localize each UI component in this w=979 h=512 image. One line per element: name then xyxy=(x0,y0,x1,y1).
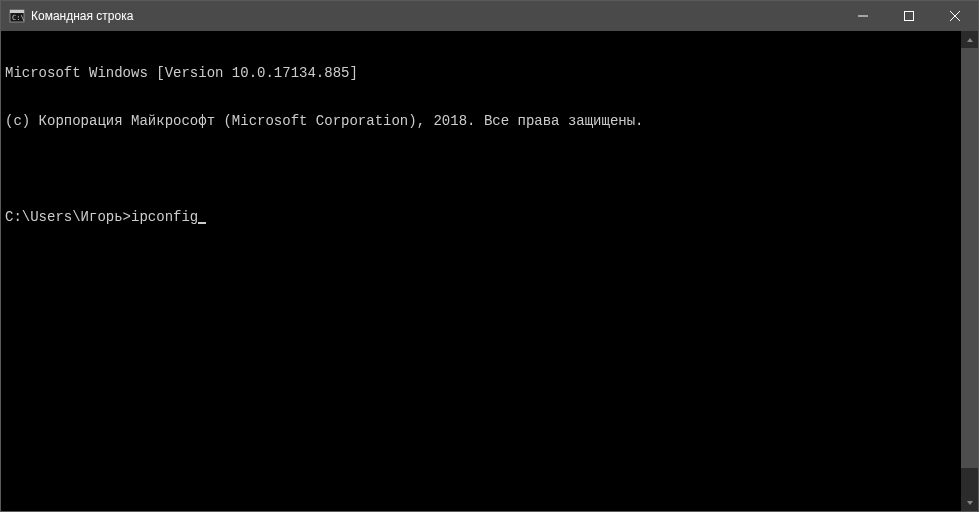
svg-marker-8 xyxy=(967,501,973,505)
cmd-icon: C:\ xyxy=(9,8,25,24)
cursor-icon xyxy=(198,222,206,224)
window-title: Командная строка xyxy=(31,9,840,23)
terminal-line: Microsoft Windows [Version 10.0.17134.88… xyxy=(5,65,957,81)
scroll-up-button[interactable] xyxy=(961,31,978,48)
titlebar[interactable]: C:\ Командная строка xyxy=(1,1,978,31)
prompt-text: C:\Users\Игорь> xyxy=(5,209,131,225)
close-button[interactable] xyxy=(932,1,978,31)
terminal-line: (c) Корпорация Майкрософт (Microsoft Cor… xyxy=(5,113,957,129)
vertical-scrollbar[interactable] xyxy=(961,31,978,511)
terminal-blank-line xyxy=(5,161,957,177)
svg-rect-4 xyxy=(905,12,914,21)
terminal-output[interactable]: Microsoft Windows [Version 10.0.17134.88… xyxy=(1,31,961,511)
minimize-button[interactable] xyxy=(840,1,886,31)
terminal-area: Microsoft Windows [Version 10.0.17134.88… xyxy=(1,31,978,511)
command-input[interactable]: ipconfig xyxy=(131,209,198,225)
svg-rect-1 xyxy=(10,10,24,13)
scroll-thumb[interactable] xyxy=(961,48,978,468)
scroll-down-button[interactable] xyxy=(961,494,978,511)
window-controls xyxy=(840,1,978,31)
command-prompt-window: C:\ Командная строка Microsoft Windows [… xyxy=(0,0,979,512)
svg-marker-7 xyxy=(967,38,973,42)
svg-text:C:\: C:\ xyxy=(12,14,25,22)
maximize-button[interactable] xyxy=(886,1,932,31)
prompt-line: C:\Users\Игорь>ipconfig xyxy=(5,209,957,225)
